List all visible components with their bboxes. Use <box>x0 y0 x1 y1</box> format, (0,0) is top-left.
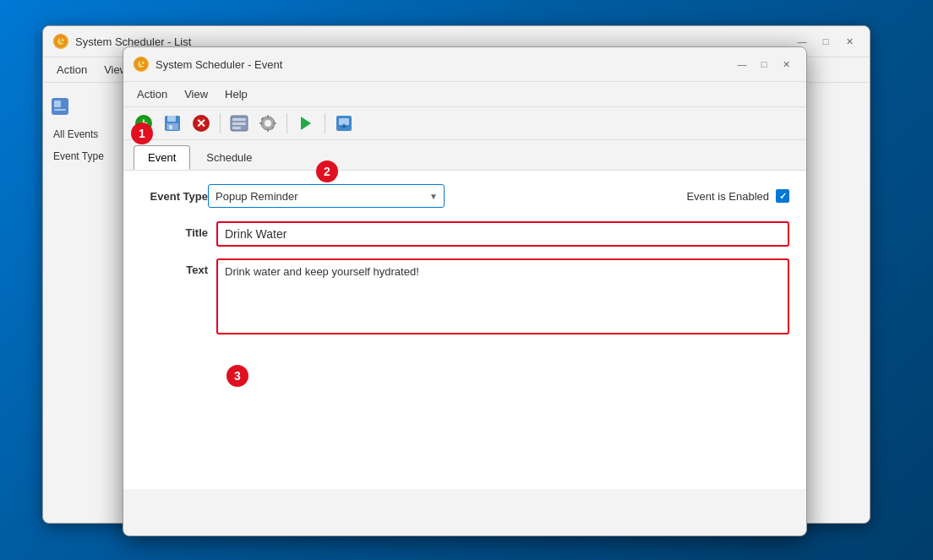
svg-rect-12 <box>167 116 176 122</box>
bg-toolbar-icon[interactable] <box>46 93 74 120</box>
event-menu-bar: Action View Help <box>123 82 806 107</box>
menu-action[interactable]: Action <box>130 85 174 103</box>
bg-menu-action[interactable]: Action <box>50 61 94 79</box>
play-icon <box>301 117 311 130</box>
title-label: Title <box>140 221 208 239</box>
save-button[interactable] <box>159 111 186 136</box>
text-row: Text Drink water and keep yourself hydra… <box>140 258 789 337</box>
event-body: Event Type Popup Reminder Run Program Op… <box>123 171 806 489</box>
toolbar-sep-1 <box>220 113 221 133</box>
run-button[interactable] <box>292 111 319 136</box>
event-close-btn[interactable]: ✕ <box>776 56 796 73</box>
tab-event[interactable]: Event <box>134 145 190 170</box>
svg-rect-16 <box>232 118 246 121</box>
annotation-1: 1 <box>131 122 153 144</box>
delete-icon: ✕ <box>193 115 210 132</box>
annotation-3: 3 <box>226 365 248 387</box>
save-icon <box>163 114 182 133</box>
toolbar-sep-2 <box>286 113 287 133</box>
title-input[interactable] <box>216 221 789 247</box>
svg-rect-3 <box>61 41 65 43</box>
event-type-select[interactable]: Popup Reminder Run Program Open File Sen… <box>208 184 445 208</box>
event-tabs: Event Schedule <box>123 140 806 171</box>
annotation-2: 2 <box>316 160 338 182</box>
title-input-wrapper <box>216 221 789 247</box>
svg-rect-18 <box>232 127 241 129</box>
event-window: System Scheduler - Event — □ ✕ Action Vi… <box>123 46 807 536</box>
menu-help[interactable]: Help <box>218 85 254 103</box>
svg-rect-5 <box>54 101 61 107</box>
text-input[interactable]: Drink water and keep yourself hydrated! <box>216 258 789 334</box>
event-type-row: Event Type Popup Reminder Run Program Op… <box>140 184 789 208</box>
text-area-wrapper: Drink water and keep yourself hydrated! <box>216 258 789 337</box>
event-minimize-btn[interactable]: — <box>732 56 752 73</box>
event-app-icon <box>134 57 149 72</box>
bg-app-icon <box>53 34 68 49</box>
export-button[interactable] <box>330 111 357 136</box>
svg-point-20 <box>265 120 271 127</box>
event-maximize-btn[interactable]: □ <box>754 56 774 73</box>
bg-maximize-btn[interactable]: □ <box>816 33 836 50</box>
toolbar-sep-3 <box>325 113 325 133</box>
svg-rect-6 <box>54 109 66 111</box>
svg-rect-21 <box>267 115 269 118</box>
settings-button[interactable] <box>254 111 281 136</box>
event-win-controls: — □ ✕ <box>732 56 796 73</box>
svg-rect-10 <box>141 64 145 66</box>
list-view-button[interactable] <box>226 111 253 136</box>
gear-icon <box>259 114 277 133</box>
menu-view[interactable]: View <box>177 85 215 103</box>
list-icon <box>230 115 248 132</box>
text-label: Text <box>140 258 208 276</box>
enabled-group: Event is Enabled <box>686 189 789 203</box>
svg-rect-24 <box>273 122 276 124</box>
event-titlebar: System Scheduler - Event — □ ✕ <box>123 47 806 82</box>
enabled-checkbox[interactable] <box>776 189 789 203</box>
svg-rect-14 <box>169 125 172 129</box>
svg-rect-23 <box>259 122 263 124</box>
bg-close-btn[interactable]: ✕ <box>839 33 859 50</box>
event-toolbar: + ✕ <box>123 107 806 140</box>
enabled-label: Event is Enabled <box>686 190 769 203</box>
event-type-label: Event Type <box>140 190 208 203</box>
svg-rect-22 <box>267 128 269 132</box>
event-window-title: System Scheduler - Event <box>156 58 725 71</box>
tab-schedule[interactable]: Schedule <box>192 145 266 170</box>
export-icon <box>335 114 353 133</box>
event-type-select-wrapper: Popup Reminder Run Program Open File Sen… <box>208 184 445 208</box>
svg-rect-17 <box>232 122 246 125</box>
svg-rect-9 <box>140 59 142 64</box>
delete-button[interactable]: ✕ <box>188 111 215 136</box>
title-row: Title <box>140 221 789 247</box>
svg-rect-2 <box>60 36 62 41</box>
